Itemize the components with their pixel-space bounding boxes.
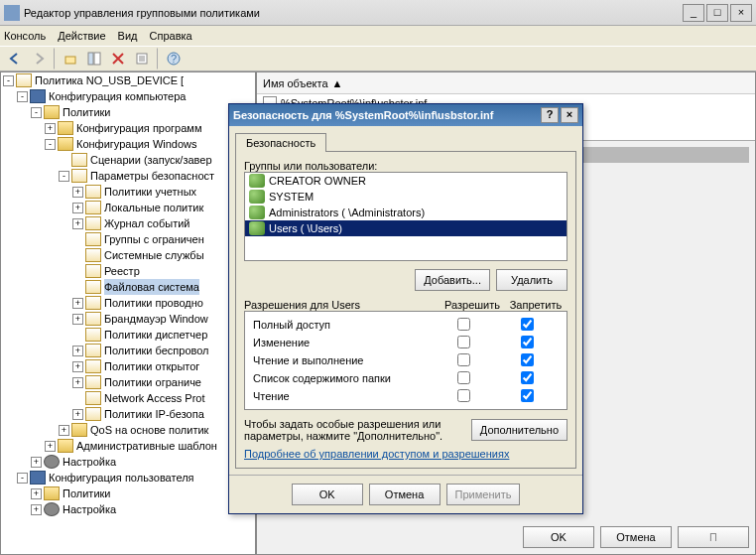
expand-toggle[interactable]: -: [17, 91, 28, 102]
folder-icon: [85, 359, 101, 373]
back-apply-button[interactable]: П: [678, 526, 749, 548]
groups-listbox[interactable]: CREATOR OWNERSYSTEMAdministrators ( \Adm…: [244, 172, 567, 261]
expand-toggle[interactable]: +: [45, 441, 56, 452]
expand-toggle[interactable]: -: [31, 107, 42, 118]
tree-pubkey[interactable]: Политики открытог: [104, 358, 199, 374]
apply-button[interactable]: Применить: [446, 484, 521, 505]
deny-checkbox[interactable]: [521, 353, 534, 366]
expand-toggle[interactable]: +: [72, 361, 83, 372]
expand-toggle[interactable]: +: [72, 203, 83, 213]
tree-firewall[interactable]: Брандмауэр Window: [104, 311, 208, 327]
tree-softrestr[interactable]: Политики ограниче: [104, 374, 201, 390]
show-hide-button[interactable]: [83, 48, 105, 69]
tree-nap[interactable]: Network Access Prot: [104, 390, 204, 406]
tree-sec-params[interactable]: Параметры безопасност: [90, 168, 214, 184]
advanced-button[interactable]: Дополнительно: [471, 419, 567, 441]
tree-scenarios[interactable]: Сценарии (запуск/завер: [90, 152, 212, 168]
cancel-button[interactable]: Отмена: [369, 484, 441, 505]
deny-checkbox[interactable]: [521, 371, 534, 384]
tree-policies[interactable]: Политики: [63, 104, 111, 120]
expand-toggle[interactable]: -: [59, 171, 69, 182]
menu-help[interactable]: Справка: [150, 30, 192, 42]
expand-toggle[interactable]: -: [45, 139, 56, 150]
expand-toggle[interactable]: +: [72, 218, 83, 229]
column-header[interactable]: Имя объекта▲: [257, 72, 755, 94]
folder-icon: [85, 296, 101, 310]
forward-button[interactable]: [28, 48, 50, 69]
properties-button[interactable]: [131, 48, 153, 69]
tree-cfg-prog[interactable]: Конфигурация программ: [76, 120, 201, 136]
back-button[interactable]: [4, 48, 26, 69]
tree-wireless[interactable]: Политики беспровол: [104, 343, 209, 358]
menu-action[interactable]: Действие: [58, 30, 105, 42]
tree-qos[interactable]: QoS на основе политик: [90, 422, 208, 438]
menu-view[interactable]: Вид: [118, 30, 138, 42]
expand-toggle[interactable]: +: [72, 314, 83, 325]
dialog-titlebar[interactable]: Безопасность для %SystemRoot%\inf\usbsto…: [229, 104, 582, 126]
expand-toggle[interactable]: +: [72, 187, 83, 198]
deny-checkbox[interactable]: [521, 389, 534, 402]
ok-button[interactable]: OK: [292, 484, 363, 505]
minimize-button[interactable]: _: [683, 4, 704, 22]
expand-toggle[interactable]: -: [17, 473, 28, 484]
allow-checkbox[interactable]: [457, 389, 470, 402]
maximize-button[interactable]: □: [706, 4, 728, 22]
expand-toggle[interactable]: +: [72, 409, 83, 420]
tree-admin-tpl[interactable]: Административные шаблон: [76, 438, 217, 454]
tree-acct-pol[interactable]: Политики учетных: [104, 184, 196, 200]
tree-cfg-win[interactable]: Конфигурация Windows: [76, 136, 197, 152]
dialog-title: Безопасность для %SystemRoot%\inf\usbsto…: [233, 109, 539, 121]
back-ok-button[interactable]: OK: [523, 526, 594, 548]
tree-filesys[interactable]: Файловая система: [104, 279, 199, 295]
group-item[interactable]: CREATOR OWNER: [245, 173, 567, 189]
tree-comp-cfg[interactable]: Конфигурация компьютера: [49, 88, 186, 104]
back-cancel-button[interactable]: Отмена: [600, 526, 672, 548]
group-item[interactable]: Administrators ( \Administrators): [245, 205, 567, 220]
expand-toggle[interactable]: +: [72, 346, 83, 356]
help-button[interactable]: ?: [163, 48, 185, 69]
tree-ipsec[interactable]: Политики IP-безопа: [104, 406, 204, 422]
tree-user-cfg[interactable]: Конфигурация пользователя: [49, 470, 194, 486]
remove-button[interactable]: Удалить: [496, 269, 567, 291]
add-button[interactable]: Добавить...: [415, 269, 490, 291]
close-button[interactable]: ×: [561, 107, 578, 123]
allow-checkbox[interactable]: [457, 371, 470, 384]
tree-settings[interactable]: Настройка: [63, 454, 116, 470]
expand-toggle[interactable]: -: [3, 75, 14, 86]
svg-text:?: ?: [171, 53, 177, 65]
expand-toggle[interactable]: +: [72, 298, 83, 309]
learn-more-link[interactable]: Подробнее об управлении доступом и разре…: [244, 448, 509, 460]
allow-checkbox[interactable]: [457, 336, 470, 348]
group-item[interactable]: SYSTEM: [245, 189, 567, 205]
menu-console[interactable]: Консоль: [4, 30, 46, 42]
tree-local-pol[interactable]: Локальные политик: [104, 200, 203, 215]
tree-registry[interactable]: Реестр: [104, 263, 140, 279]
allow-checkbox[interactable]: [457, 318, 470, 331]
up-button[interactable]: [60, 48, 81, 69]
group-item[interactable]: Users ( \Users): [245, 220, 567, 236]
expand-toggle[interactable]: +: [31, 488, 42, 499]
help-button[interactable]: ?: [541, 107, 559, 123]
user-icon: [30, 471, 46, 485]
expand-toggle[interactable]: +: [45, 123, 56, 134]
expand-toggle[interactable]: +: [59, 425, 69, 436]
delete-button[interactable]: [107, 48, 129, 69]
expand-toggle[interactable]: +: [72, 377, 83, 388]
tree-policies2[interactable]: Политики: [63, 486, 111, 501]
deny-checkbox[interactable]: [521, 336, 534, 348]
allow-checkbox[interactable]: [457, 353, 470, 366]
tree-restr-grp[interactable]: Группы с ограничен: [104, 231, 204, 247]
tree-settings2[interactable]: Настройка: [63, 501, 116, 517]
deny-checkbox[interactable]: [521, 318, 534, 331]
expand-toggle[interactable]: +: [31, 504, 42, 515]
tree-netlist[interactable]: Политики диспетчер: [104, 327, 207, 343]
tree-wired[interactable]: Политики проводно: [104, 295, 203, 311]
permission-row: Изменение: [245, 334, 567, 351]
close-button[interactable]: ×: [730, 4, 752, 22]
tree-root[interactable]: Политика NO_USB_DEVICE [: [35, 72, 184, 88]
expand-toggle[interactable]: +: [31, 457, 42, 468]
tree-sys-svc[interactable]: Системные службы: [104, 247, 204, 263]
tree-evtlog[interactable]: Журнал событий: [104, 215, 189, 231]
tab-security[interactable]: Безопасность: [235, 133, 326, 152]
tree-pane[interactable]: -Политика NO_USB_DEVICE [ -Конфигурация …: [0, 71, 256, 555]
